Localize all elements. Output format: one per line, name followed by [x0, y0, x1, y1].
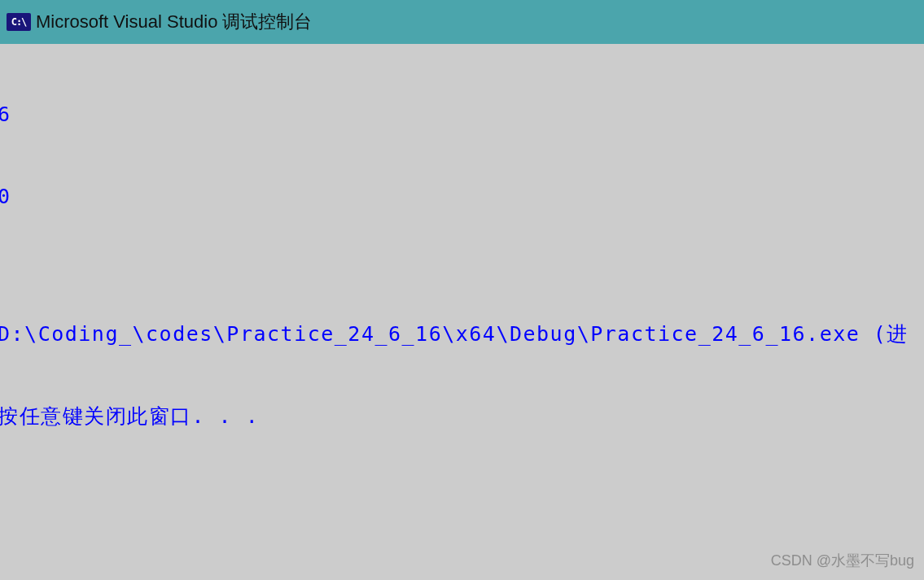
console-line: 6 — [0, 101, 924, 129]
console-app-icon: C:\ — [7, 13, 31, 31]
console-line: D:\Coding_\codes\Practice_24_6_16\x64\De… — [0, 321, 924, 348]
watermark-text: CSDN @水墨不写bug — [771, 551, 914, 570]
console-line: 按任意键关闭此窗口. . . — [0, 403, 924, 430]
console-line: 0 — [0, 183, 924, 211]
title-bar: C:\ Microsoft Visual Studio 调试控制台 — [0, 0, 924, 44]
window-title: Microsoft Visual Studio 调试控制台 — [36, 10, 312, 34]
console-app-icon-text: C:\ — [11, 16, 27, 28]
console-output[interactable]: 6 0 D:\Coding_\codes\Practice_24_6_16\x6… — [0, 44, 924, 580]
